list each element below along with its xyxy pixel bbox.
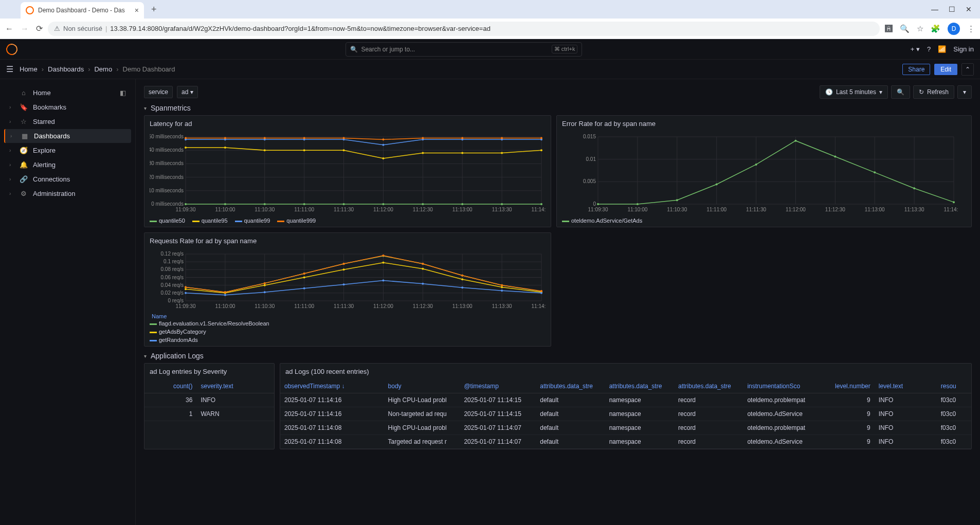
- panel-title: Error Rate for ad by span name: [557, 116, 971, 132]
- col-header[interactable]: attributes.data_stre: [674, 379, 743, 393]
- table-row[interactable]: 1WARN: [144, 407, 274, 421]
- chart-latency[interactable]: 0 milliseconds10 milliseconds20 millisec…: [144, 132, 551, 216]
- svg-text:11:09:30: 11:09:30: [176, 207, 196, 212]
- nav-reload-icon[interactable]: ⟳: [36, 24, 43, 33]
- svg-point-171: [461, 286, 463, 288]
- chart-error-rate[interactable]: 00.0050.010.01511:09:3011:10:0011:10:301…: [557, 132, 971, 216]
- svg-point-66: [343, 137, 345, 139]
- crumb-demo[interactable]: Demo: [94, 65, 112, 73]
- col-header[interactable]: level.text: [875, 379, 937, 393]
- col-header[interactable]: @timestamp: [460, 379, 536, 393]
- svg-point-65: [303, 137, 305, 139]
- sidebar-item-connections[interactable]: ›🔗Connections: [4, 172, 131, 186]
- window-close-icon[interactable]: ✕: [966, 5, 972, 13]
- col-header[interactable]: instrumentationSco: [743, 379, 819, 393]
- chevron-up-icon[interactable]: ⌃: [961, 63, 974, 76]
- legend-item[interactable]: getAdsByCategory: [150, 329, 546, 335]
- bookmark-star-icon[interactable]: ☆: [917, 24, 923, 33]
- svg-text:11:10:00: 11:10:00: [627, 207, 647, 212]
- col-header[interactable]: attributes.data_stre: [605, 379, 674, 393]
- svg-point-182: [501, 284, 503, 286]
- svg-point-173: [540, 292, 542, 294]
- legend-item[interactable]: oteldemo.AdService/GetAds: [562, 218, 642, 224]
- svg-point-32: [185, 203, 187, 205]
- legend-item[interactable]: quantile999: [277, 218, 316, 224]
- nav-back-icon[interactable]: ←: [5, 24, 13, 33]
- close-tab-icon[interactable]: ×: [135, 6, 139, 14]
- var-service-select[interactable]: ad ▾: [177, 86, 198, 98]
- rss-icon[interactable]: 📶: [938, 45, 946, 53]
- svg-point-103: [716, 183, 718, 185]
- col-header[interactable]: level.number: [819, 379, 875, 393]
- severity-table[interactable]: count()severity.text36INFO1WARN: [144, 379, 274, 421]
- signin-link[interactable]: Sign in: [953, 45, 974, 53]
- crumb-dashboards[interactable]: Dashboards: [48, 65, 84, 73]
- new-tab-button[interactable]: +: [151, 4, 157, 15]
- sidebar-item-dashboards[interactable]: ›▦Dashboards: [4, 129, 131, 143]
- help-icon[interactable]: ?: [927, 45, 931, 53]
- more-menu-icon[interactable]: ⋮: [967, 24, 975, 33]
- svg-point-48: [422, 152, 424, 154]
- zoom-icon[interactable]: 🔍: [900, 24, 910, 33]
- panel-error-rate: Error Rate for ad by span name 00.0050.0…: [556, 115, 972, 227]
- dock-icon[interactable]: ◧: [120, 89, 126, 97]
- legend-item[interactable]: getRandomAds: [150, 337, 546, 343]
- svg-point-183: [540, 290, 542, 292]
- svg-point-35: [303, 203, 305, 205]
- sidebar-item-explore[interactable]: ›🧭Explore: [4, 143, 131, 157]
- chart-req-rate[interactable]: 0 req/s0.02 req/s0.04 req/s0.06 req/s0.0…: [144, 249, 551, 313]
- explore-icon: 🧭: [20, 147, 28, 154]
- sidebar-item-starred[interactable]: ›☆Starred: [4, 115, 131, 129]
- legend-item[interactable]: flagd.evaluation.v1.Service/ResolveBoole…: [150, 320, 546, 327]
- time-picker[interactable]: 🕓 Last 5 minutes ▾: [820, 85, 888, 99]
- table-row[interactable]: 2025-01-07 11:14:16Non-targeted ad requ2…: [280, 407, 971, 421]
- sidebar-item-bookmarks[interactable]: ›🔖Bookmarks: [4, 100, 131, 114]
- col-header[interactable]: severity.text: [196, 379, 274, 393]
- section-spanmetrics[interactable]: ▾Spanmetrics: [144, 104, 972, 112]
- crumb-home[interactable]: Home: [20, 65, 38, 73]
- table-row[interactable]: 2025-01-07 11:14:08High CPU-Load probl20…: [280, 421, 971, 435]
- address-bar[interactable]: ⚠ Non sécurisé | 13.38.79.14:8080/grafan…: [48, 22, 880, 36]
- translate-icon[interactable]: 🅰: [885, 24, 893, 33]
- sidebar-item-alerting[interactable]: ›🔔Alerting: [4, 158, 131, 172]
- share-button[interactable]: Share: [902, 64, 930, 75]
- legend-item[interactable]: quantile99: [235, 218, 270, 224]
- bookmarks-icon: 🔖: [20, 103, 28, 111]
- edit-button[interactable]: Edit: [934, 64, 957, 75]
- svg-text:11:10:00: 11:10:00: [215, 303, 235, 309]
- logs-table[interactable]: observedTimestamp ↓body@timestampattribu…: [280, 379, 971, 449]
- sidebar-item-administration[interactable]: ›⚙Administration: [4, 187, 131, 201]
- col-header[interactable]: observedTimestamp ↓: [280, 379, 384, 393]
- col-header[interactable]: count(): [144, 379, 196, 393]
- sidebar-item-home[interactable]: ⌂Home◧: [4, 86, 131, 100]
- add-icon[interactable]: + ▾: [911, 45, 920, 53]
- window-minimize-icon[interactable]: —: [931, 5, 938, 13]
- table-row[interactable]: 2025-01-07 11:14:08Targeted ad request r…: [280, 435, 971, 449]
- menu-icon[interactable]: ☰: [6, 64, 13, 74]
- main-scroll[interactable]: service ad ▾ 🕓 Last 5 minutes ▾ 🔍 ↻ Refr…: [136, 79, 980, 525]
- col-header[interactable]: resou: [937, 379, 971, 393]
- profile-avatar[interactable]: D: [948, 23, 960, 35]
- legend-item[interactable]: quantile50: [150, 218, 185, 224]
- browser-tab-strip: Demo Dashboard - Demo - Das × + — ☐ ✕: [0, 0, 980, 19]
- svg-point-33: [224, 203, 226, 205]
- legend-item[interactable]: quantile95: [192, 218, 228, 224]
- zoom-out-button[interactable]: 🔍: [891, 85, 910, 99]
- browser-tab[interactable]: Demo Dashboard - Demo - Das ×: [21, 2, 144, 19]
- refresh-interval-select[interactable]: ▾: [957, 85, 972, 99]
- table-row[interactable]: 36INFO: [144, 393, 274, 407]
- refresh-button[interactable]: ↻ Refresh: [913, 85, 954, 99]
- search-input[interactable]: 🔍 Search or jump to... ⌘ ctrl+k: [346, 42, 582, 57]
- section-applogs[interactable]: ▾Application Logs: [144, 352, 972, 360]
- extensions-icon[interactable]: 🧩: [931, 24, 940, 33]
- table-row[interactable]: 2025-01-07 11:14:16High CPU-Load probl20…: [280, 393, 971, 407]
- svg-point-51: [540, 149, 542, 151]
- breadcrumb: Home› Dashboards› Demo› Demo Dashboard: [20, 65, 175, 73]
- svg-text:11:13:00: 11:13:00: [865, 207, 885, 212]
- window-maximize-icon[interactable]: ☐: [949, 5, 955, 13]
- col-header[interactable]: body: [384, 379, 460, 393]
- svg-text:11:13:00: 11:13:00: [452, 207, 473, 212]
- col-header[interactable]: attributes.data_stre: [536, 379, 605, 393]
- svg-point-162: [501, 286, 503, 288]
- grafana-logo-icon[interactable]: [4, 41, 20, 57]
